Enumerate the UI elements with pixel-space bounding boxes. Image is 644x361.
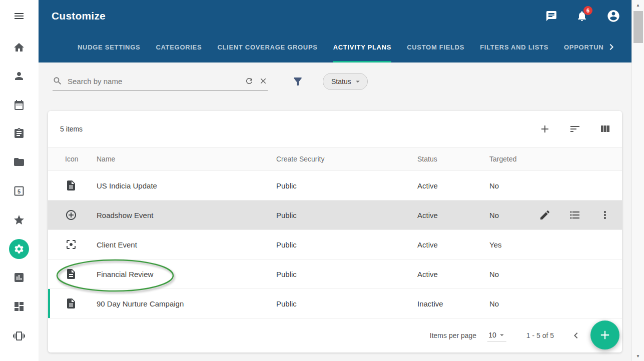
clear-search-button[interactable] — [259, 76, 268, 86]
row-status: Active — [417, 182, 489, 190]
sidebar-item-notifications-settings[interactable] — [9, 326, 29, 346]
row-targeted: Yes — [489, 240, 537, 249]
sort-button[interactable] — [569, 123, 581, 135]
tab-custom-fields[interactable]: CUSTOM FIELDS — [407, 32, 464, 62]
row-status: Active — [417, 240, 489, 249]
row-name: Client Event — [97, 240, 276, 249]
edit-button[interactable] — [539, 209, 551, 221]
account-icon — [606, 9, 620, 23]
page-range-label: 1 - 5 of 5 — [526, 332, 554, 340]
gear-icon — [14, 244, 25, 254]
number-5-icon — [13, 185, 25, 197]
tabs-overflow-button[interactable] — [605, 41, 617, 53]
page-size-select[interactable]: 10 — [487, 330, 506, 342]
topbar-icons: 6 — [545, 9, 620, 23]
sidebar-item-files[interactable] — [9, 152, 29, 172]
steps-list-button[interactable] — [569, 209, 581, 221]
sidebar-item-tasks[interactable] — [9, 124, 29, 144]
columns-icon — [599, 123, 611, 135]
plus-icon — [539, 123, 551, 135]
tab-categories[interactable]: CATEGORIES — [156, 32, 202, 62]
column-header-targeted: Targeted — [489, 155, 537, 163]
row-create-security: Public — [276, 300, 417, 308]
table-row[interactable]: Client Event Public Active Yes — [48, 230, 622, 260]
account-button[interactable] — [606, 9, 620, 23]
scroll-down-button[interactable]: ▼ — [632, 351, 644, 361]
document-icon — [65, 180, 97, 192]
filter-button[interactable] — [292, 76, 304, 88]
calendar-icon — [13, 99, 25, 111]
row-name: 90 Day Nurture Campaign — [97, 300, 276, 308]
sidebar — [0, 0, 39, 361]
search-icon — [53, 76, 63, 86]
tab-bar: NUDGE SETTINGS CATEGORIES CLIENT COVERAG… — [39, 32, 631, 62]
row-status: Active — [417, 211, 489, 220]
document-icon — [65, 298, 97, 310]
sidebar-item-home[interactable] — [9, 38, 29, 58]
row-actions — [537, 209, 622, 221]
content-area: Status 5 items Icon Name Cre — [39, 62, 631, 361]
chat-button[interactable] — [545, 10, 557, 22]
sidebar-item-favorites[interactable] — [9, 210, 29, 230]
chevron-down-icon — [353, 77, 362, 86]
vibration-icon — [13, 330, 25, 342]
table-row[interactable]: Financial Review Public Active No — [48, 260, 622, 289]
add-item-button[interactable] — [539, 123, 551, 135]
vertical-scrollbar[interactable]: ▲ ▼ — [631, 0, 644, 361]
sidebar-item-analytics[interactable] — [9, 268, 29, 288]
tab-client-coverage-groups[interactable]: CLIENT COVERAGE GROUPS — [217, 32, 317, 62]
row-create-security: Public — [276, 182, 417, 190]
filter-bar: Status — [39, 62, 631, 100]
close-icon — [259, 76, 268, 86]
chevron-right-icon — [605, 41, 617, 53]
topbar: Customize 6 — [39, 0, 631, 32]
table-row[interactable]: US Indicia Update Public Active No — [48, 171, 622, 200]
table-row[interactable]: 90 Day Nurture Campaign Public Inactive … — [48, 289, 622, 318]
sidebar-item-five[interactable] — [9, 181, 29, 201]
table-row[interactable]: Roadshow Event Public Active No — [48, 200, 622, 230]
scroll-up-button[interactable]: ▲ — [632, 0, 644, 10]
card-toolbar: 5 items — [48, 111, 622, 147]
funnel-icon — [292, 76, 304, 88]
more-vert-icon — [599, 209, 611, 221]
status-filter-label: Status — [331, 78, 351, 86]
columns-button[interactable] — [599, 123, 611, 135]
list-icon — [569, 209, 581, 221]
pencil-icon — [539, 209, 551, 221]
sidebar-item-dashboard[interactable] — [9, 296, 29, 316]
status-filter-chip[interactable]: Status — [323, 73, 368, 90]
plus-icon — [598, 328, 612, 342]
search-box — [53, 72, 268, 90]
refresh-button[interactable] — [245, 76, 254, 86]
previous-page-button[interactable] — [570, 330, 582, 342]
notifications-button[interactable]: 6 — [576, 10, 588, 22]
tab-activity-plans[interactable]: ACTIVITY PLANS — [333, 32, 391, 62]
row-create-security: Public — [276, 211, 417, 220]
sidebar-item-settings[interactable] — [9, 239, 29, 259]
dashboard-icon — [13, 300, 25, 312]
document-icon — [65, 268, 97, 280]
items-count: 5 items — [60, 125, 83, 133]
table-header: Icon Name Create Security Status Targete… — [48, 147, 622, 171]
activity-plans-card: 5 items Icon Name Create Security Status… — [48, 111, 622, 352]
tab-opportunities[interactable]: OPPORTUN — [564, 32, 603, 62]
scrollbar-thumb[interactable] — [633, 11, 643, 43]
items-per-page-label: Items per page — [430, 332, 476, 340]
row-name: US Indicia Update — [97, 182, 276, 190]
row-targeted: No — [489, 300, 537, 308]
add-activity-plan-fab[interactable] — [590, 320, 619, 350]
refresh-icon — [245, 76, 254, 86]
sidebar-item-calendar[interactable] — [9, 95, 29, 115]
row-name: Financial Review — [97, 270, 276, 278]
tab-filters-and-lists[interactable]: FILTERS AND LISTS — [480, 32, 548, 62]
notification-badge: 6 — [583, 6, 592, 15]
paginator: Items per page 10 1 - 5 of 5 — [48, 318, 622, 352]
chat-icon — [545, 10, 557, 22]
search-input[interactable] — [68, 77, 240, 86]
tab-nudge-settings[interactable]: NUDGE SETTINGS — [78, 32, 140, 62]
more-options-button[interactable] — [599, 209, 611, 221]
page-title: Customize — [52, 10, 106, 22]
clipboard-icon — [13, 128, 25, 140]
menu-button[interactable] — [9, 6, 29, 26]
sidebar-item-contacts[interactable] — [9, 66, 29, 86]
